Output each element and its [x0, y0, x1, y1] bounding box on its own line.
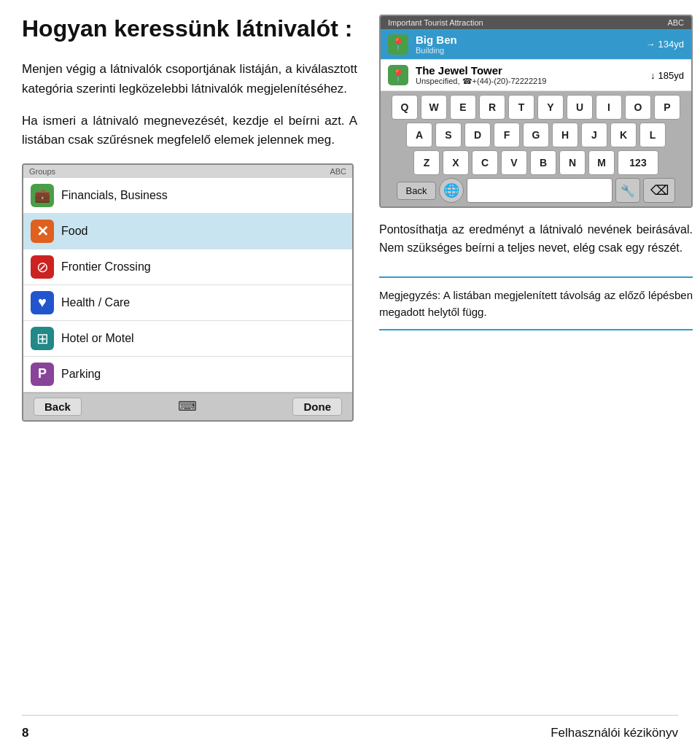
- groups-label: Groups: [29, 167, 55, 176]
- phone-list: 💼 Financials, Business ✕ Food ⊘ Frontier…: [23, 178, 352, 392]
- key-r[interactable]: R: [479, 95, 505, 120]
- paragraph-2: Ha ismeri a látnivaló megnevezését, kezd…: [22, 112, 357, 150]
- dist-value: 185yd: [658, 70, 684, 81]
- list-item[interactable]: ✕ Food: [23, 214, 352, 249]
- main-title: Hogyan keressünk látnivalót :: [22, 15, 357, 42]
- result-text: Big Ben Building: [416, 34, 646, 55]
- result-sub: Unspecified, ☎+(44)-(20)-72222219: [416, 77, 650, 86]
- list-item[interactable]: ♥ Health / Care: [23, 285, 352, 321]
- phone-bottom-bar: Back ⌨ Done: [23, 392, 352, 420]
- note-box: Megjegyzés: A listában megjelenített táv…: [379, 287, 693, 321]
- key-h[interactable]: H: [552, 123, 578, 147]
- footer-title: Felhasználói kézikönyv: [551, 726, 678, 740]
- phone-top-header: Important Tourist Attraction ABC: [381, 16, 691, 29]
- phone-screen-left: Groups ABC 💼 Financials, Business ✕ Food…: [22, 163, 354, 422]
- financials-icon: 💼: [31, 184, 54, 207]
- list-item[interactable]: ⊞ Hotel or Motel: [23, 321, 352, 357]
- right-paragraph-1: Pontosíthatja az eredményt a látnivaló n…: [379, 221, 693, 258]
- back-button[interactable]: Back: [34, 398, 82, 416]
- keyboard-area: Q W E R T Y U I O P A S: [381, 91, 691, 206]
- key-y[interactable]: Y: [537, 95, 564, 120]
- paragraph-1: Menjen végig a látnivalók csoportjának l…: [22, 60, 357, 98]
- phone-screen-right: Important Tourist Attraction ABC 📍 Big B…: [379, 15, 693, 208]
- item-label: Frontier Crossing: [61, 260, 151, 274]
- key-g[interactable]: G: [523, 123, 549, 147]
- key-o[interactable]: O: [625, 95, 651, 120]
- key-z[interactable]: Z: [413, 150, 440, 175]
- keyboard-row-1: Q W E R T Y U I O P: [384, 95, 688, 120]
- key-n[interactable]: N: [559, 150, 586, 175]
- key-j[interactable]: J: [581, 123, 607, 147]
- backspace-key[interactable]: ⌫: [643, 178, 675, 203]
- search-result-item[interactable]: 📍 The Jewel Tower Unspecified, ☎+(44)-(2…: [381, 60, 691, 91]
- key-b[interactable]: B: [530, 150, 556, 175]
- left-column: Hogyan keressünk látnivalót : Menjen vég…: [22, 15, 357, 715]
- item-label: Health / Care: [61, 296, 130, 309]
- parking-icon: P: [31, 363, 54, 386]
- key-t[interactable]: T: [508, 95, 534, 120]
- key-s[interactable]: S: [435, 123, 462, 147]
- key-123[interactable]: 123: [618, 150, 658, 175]
- list-item[interactable]: P Parking: [23, 357, 352, 392]
- key-p[interactable]: P: [654, 95, 680, 120]
- keyboard-icon: ⌨: [178, 398, 197, 414]
- bottom-icons: ⌨: [178, 398, 197, 414]
- key-k[interactable]: K: [610, 123, 637, 147]
- kb-back-button[interactable]: Back: [397, 182, 437, 200]
- hotel-icon: ⊞: [31, 327, 54, 350]
- page-footer: 8 Felhasználói kézikönyv: [22, 715, 678, 740]
- search-result-item[interactable]: 📍 Big Ben Building → 134yd: [381, 29, 691, 60]
- right-column: Important Tourist Attraction ABC 📍 Big B…: [372, 15, 693, 715]
- key-f[interactable]: F: [494, 123, 520, 147]
- key-m[interactable]: M: [588, 150, 615, 175]
- key-l[interactable]: L: [639, 123, 666, 147]
- frontier-icon: ⊘: [31, 255, 54, 279]
- keyboard-row-3: Z X C V B N M 123: [384, 150, 688, 175]
- divider-1: [379, 276, 693, 278]
- key-e[interactable]: E: [450, 95, 476, 120]
- keyboard-row-2: A S D F G H J K L: [384, 123, 688, 147]
- item-label: Hotel or Motel: [61, 332, 134, 345]
- phone-header-bar: Groups ABC: [23, 165, 352, 178]
- result-name: The Jewel Tower: [416, 64, 650, 77]
- item-label: Financials, Business: [61, 189, 168, 202]
- key-w[interactable]: W: [421, 95, 447, 120]
- result-sub: Building: [416, 46, 646, 55]
- key-i[interactable]: I: [596, 95, 622, 120]
- done-button[interactable]: Done: [292, 398, 342, 416]
- attraction-label: Important Tourist Attraction: [388, 18, 483, 27]
- health-icon: ♥: [31, 291, 54, 314]
- space-key[interactable]: [467, 178, 612, 203]
- page-container: Hogyan keressünk látnivalót : Menjen vég…: [0, 0, 700, 755]
- divider-2: [379, 329, 693, 330]
- result-distance: → 134yd: [646, 39, 684, 50]
- page-number: 8: [22, 726, 28, 740]
- content-area: Hogyan keressünk látnivalót : Menjen vég…: [22, 15, 678, 715]
- key-x[interactable]: X: [443, 150, 469, 175]
- key-q[interactable]: Q: [392, 95, 418, 120]
- abc-right-label: ABC: [667, 18, 684, 27]
- item-label: Food: [61, 225, 88, 238]
- key-d[interactable]: D: [464, 123, 491, 147]
- dist-arrow: ↓: [650, 70, 656, 81]
- bigben-icon: 📍: [388, 34, 408, 55]
- dist-value: 134yd: [658, 39, 684, 50]
- key-c[interactable]: C: [472, 150, 498, 175]
- list-item[interactable]: ⊘ Frontier Crossing: [23, 249, 352, 285]
- tools-key[interactable]: 🔧: [615, 178, 640, 203]
- key-v[interactable]: V: [501, 150, 527, 175]
- dist-arrow: →: [646, 39, 656, 50]
- result-distance: ↓ 185yd: [650, 70, 684, 81]
- abc-label: ABC: [330, 167, 346, 176]
- keyboard-bottom-row: Back 🌐 🔧 ⌫: [384, 178, 688, 203]
- search-results: 📍 Big Ben Building → 134yd 📍: [381, 29, 691, 91]
- result-text: The Jewel Tower Unspecified, ☎+(44)-(20)…: [416, 64, 650, 86]
- list-item[interactable]: 💼 Financials, Business: [23, 178, 352, 214]
- key-u[interactable]: U: [567, 95, 593, 120]
- food-icon: ✕: [31, 220, 54, 243]
- jewel-icon: 📍: [388, 65, 408, 85]
- result-name: Big Ben: [416, 34, 646, 46]
- globe-key[interactable]: 🌐: [439, 178, 464, 203]
- item-label: Parking: [61, 368, 101, 381]
- key-a[interactable]: A: [406, 123, 432, 147]
